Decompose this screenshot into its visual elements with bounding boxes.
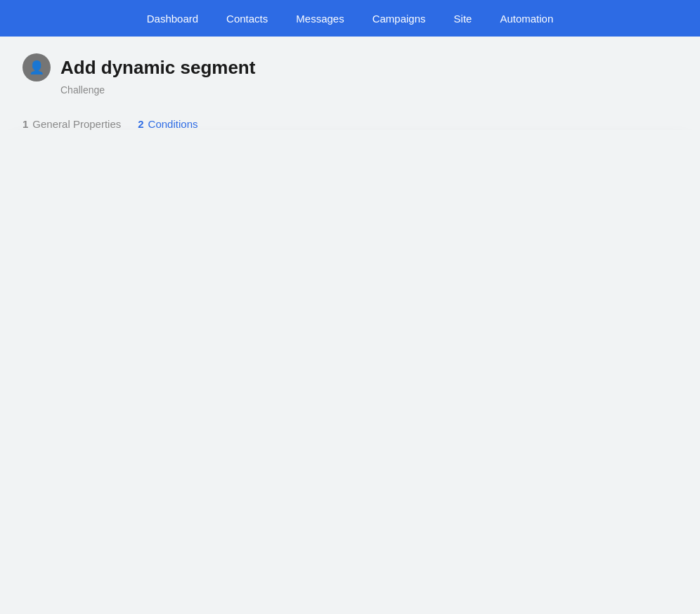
page-subtitle: Challenge bbox=[60, 84, 678, 96]
step-1-label: General Properties bbox=[32, 118, 121, 130]
steps-bar: 1 General Properties 2 Conditions bbox=[0, 107, 700, 130]
page-icon: 👤 bbox=[22, 53, 51, 81]
nav-campaigns[interactable]: Campaigns bbox=[372, 13, 426, 25]
step-2[interactable]: 2 Conditions bbox=[138, 118, 197, 130]
step-2-num: 2 bbox=[138, 118, 143, 130]
nav-messages[interactable]: Messages bbox=[296, 13, 344, 25]
step-1-num: 1 bbox=[22, 118, 28, 130]
nav-automation[interactable]: Automation bbox=[500, 13, 553, 25]
step-2-label: Conditions bbox=[148, 118, 198, 130]
nav-contacts[interactable]: Contacts bbox=[226, 13, 268, 25]
nav-dashboard[interactable]: Dashboard bbox=[147, 13, 198, 25]
top-navigation: Dashboard Contacts Messages Campaigns Si… bbox=[0, 0, 700, 37]
step-1[interactable]: 1 General Properties bbox=[22, 118, 121, 130]
page-header: 👤 Add dynamic segment Challenge bbox=[0, 37, 700, 107]
page-title: Add dynamic segment bbox=[60, 57, 255, 79]
nav-site[interactable]: Site bbox=[454, 13, 472, 25]
